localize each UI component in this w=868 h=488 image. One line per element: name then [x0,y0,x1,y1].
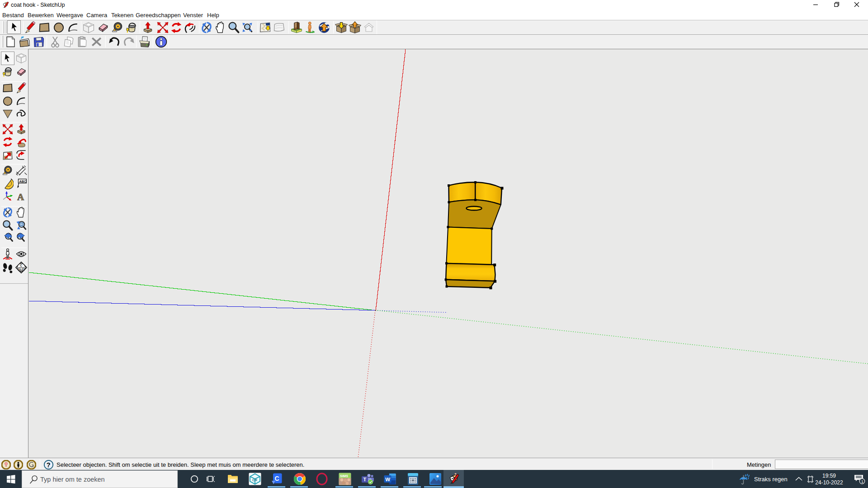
svg-text:C: C [275,475,279,482]
svg-text:?: ? [46,461,50,469]
svg-text:CR: CR [252,478,257,482]
svg-text:SIMS: SIMS [340,474,348,478]
svg-text:T: T [363,477,367,482]
svg-text:4: 4 [348,474,350,478]
svg-text:W: W [385,477,390,482]
svg-text:1: 1 [861,479,863,484]
